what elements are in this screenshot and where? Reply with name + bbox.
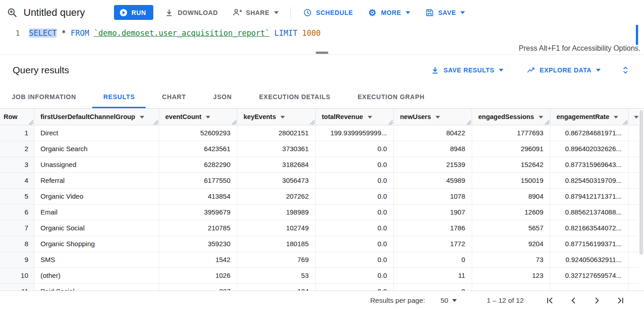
column-header-Row[interactable]: Row [0, 109, 34, 125]
table-row[interactable]: 3Unassigned628229031826840.0215391526420… [0, 157, 639, 172]
column-resize-handle[interactable] [310, 119, 315, 124]
chart-icon [526, 65, 536, 75]
query-title: Untitled query [24, 7, 85, 19]
run-button[interactable]: RUN [114, 5, 153, 20]
sort-caret-icon [634, 116, 639, 119]
cell-totalRevenue: 0.0 [315, 157, 393, 172]
download-label: DOWNLOAD [178, 9, 218, 16]
compose-query-icon [6, 7, 18, 19]
column-resize-handle[interactable] [545, 119, 549, 124]
cell-eventCount: 6423561 [159, 141, 237, 157]
column-header-clipped[interactable] [628, 109, 639, 125]
tab-results[interactable]: RESULTS [92, 85, 146, 108]
column-resize-handle[interactable] [28, 119, 33, 124]
table-scrollbar[interactable] [639, 109, 644, 291]
cell-engagementRate: 0.821663544072... [550, 220, 628, 236]
cell-engagementRate: 0.867284681971... [550, 125, 628, 141]
save-button[interactable]: SAVE [421, 5, 469, 21]
tab-job-information[interactable]: JOB INFORMATION [1, 85, 87, 108]
cell-totalRevenue: 0.0 [315, 236, 393, 252]
column-resize-handle[interactable] [153, 119, 158, 124]
cell-clipped [628, 157, 639, 172]
save-results-button[interactable]: SAVE RESULTS [427, 65, 506, 76]
table-row[interactable]: 2Organic Search642356137303610.089482960… [0, 141, 639, 157]
column-resize-handle[interactable] [388, 119, 393, 124]
share-button[interactable]: SHARE [229, 5, 282, 21]
query-results-header: Query results SAVE RESULTS EXPLORE DATA [0, 55, 644, 85]
expand-results-button[interactable] [620, 65, 630, 75]
table-row[interactable]: 4Referral617755030564730.0459891500190.8… [0, 172, 639, 188]
cell-keyEvents: 28002151 [237, 125, 315, 141]
cell-engagementRate: 0.896402032626... [550, 141, 628, 157]
column-header-engagedSessions[interactable]: engagedSessions [472, 109, 550, 125]
row-number: 9 [0, 252, 34, 267]
cell-newUsers: 80422 [393, 125, 472, 141]
cell-engagedSessions: 9204 [472, 236, 550, 252]
column-resize-handle[interactable] [466, 119, 471, 124]
column-header-eventCount[interactable]: eventCount [159, 109, 237, 125]
column-resize-handle[interactable] [232, 119, 237, 124]
column-header-keyEvents[interactable]: keyEvents [237, 109, 315, 125]
cell-totalRevenue: 0.0 [315, 141, 393, 157]
tab-execution-details[interactable]: EXECUTION DETAILS [248, 85, 341, 108]
tab-execution-graph[interactable]: EXECUTION GRAPH [347, 85, 436, 108]
cell-totalRevenue: 0.0 [315, 204, 393, 220]
download-button[interactable]: DOWNLOAD [161, 5, 222, 21]
table-header-row: RowfirstUserDefaultChannelGroupeventCoun… [0, 109, 639, 125]
panel-drag-handle[interactable] [316, 52, 328, 54]
column-header-firstUserDefaultChannelGroup[interactable]: firstUserDefaultChannelGroup [34, 109, 159, 125]
table-row[interactable]: 5Organic Video4138542072620.0107889040.8… [0, 188, 639, 204]
table-row-partial[interactable]: 11Paid Social3371340.00 [0, 283, 639, 291]
sort-caret-icon [436, 116, 440, 119]
tab-chart[interactable]: CHART [151, 85, 197, 108]
table-row[interactable]: 6Email39596791989890.01907126090.8856213… [0, 204, 639, 220]
cell-clipped [628, 267, 639, 283]
table-row[interactable]: 10(other)1026530.0111230.327127659574... [0, 267, 639, 283]
sql-editor[interactable]: 1 SELECT * FROM `demo.demoset.user_acqui… [0, 25, 644, 55]
cell-clipped [628, 236, 639, 252]
sql-code-line[interactable]: 1 SELECT * FROM `demo.demoset.user_acqui… [0, 25, 644, 39]
cell-newUsers: 8948 [393, 141, 472, 157]
table-row[interactable]: 7Organic Social2107851027490.0178656570.… [0, 220, 639, 236]
row-number: 4 [0, 172, 34, 188]
sort-caret-icon [539, 116, 543, 119]
schedule-button[interactable]: SCHEDULE [299, 5, 357, 21]
tab-json[interactable]: JSON [202, 85, 242, 108]
dropdown-caret-icon [596, 69, 601, 72]
cell-eventCount: 413854 [159, 188, 237, 204]
cell-clipped [628, 283, 639, 291]
cell-clipped [628, 125, 639, 141]
table-row[interactable]: 8Organic Shopping3592301801850.017729204… [0, 236, 639, 252]
table-row[interactable]: 1Direct5260929328002151199.9399959999...… [0, 125, 639, 141]
first-page-button[interactable] [545, 295, 555, 306]
row-number: 7 [0, 220, 34, 236]
table-row[interactable]: 9SMS15427690.00730.924050632911... [0, 252, 639, 267]
cell-firstUserDefaultChannelGroup: Organic Social [34, 220, 159, 236]
cell-engagementRate: 0.877156199371... [550, 236, 628, 252]
cell-firstUserDefaultChannelGroup: SMS [34, 252, 159, 267]
column-label: eventCount [166, 113, 202, 120]
more-button[interactable]: ⚙ MORE [364, 5, 414, 21]
previous-page-button[interactable] [568, 295, 579, 306]
cell-engagedSessions: 1777693 [472, 125, 550, 141]
cell-firstUserDefaultChannelGroup: (other) [34, 267, 159, 283]
last-page-button[interactable] [615, 295, 626, 306]
cell-eventCount: 6282290 [159, 157, 237, 172]
editor-scrollbar[interactable] [636, 25, 638, 45]
column-header-newUsers[interactable]: newUsers [393, 109, 472, 125]
cell-keyEvents: 769 [237, 252, 315, 267]
cell-engagementRate: 0.877315969643... [550, 157, 628, 172]
explore-data-button[interactable]: EXPLORE DATA [523, 65, 603, 76]
scrollbar-thumb[interactable] [639, 110, 643, 255]
sql-table-ref[interactable]: `demo.demoset.user_acquisition_report` [94, 29, 270, 38]
column-header-totalRevenue[interactable]: totalRevenue [315, 109, 393, 125]
next-page-button[interactable] [592, 295, 602, 306]
person-add-icon [232, 8, 242, 18]
page-size-select[interactable]: 50 [440, 296, 457, 305]
column-resize-handle[interactable] [623, 119, 628, 124]
column-header-engagementRate[interactable]: engagementRate [550, 109, 628, 125]
cell-engagedSessions: 12609 [472, 204, 550, 220]
page-size-value: 50 [440, 296, 448, 305]
bigquery-editor-app: Untitled query RUN DOWNLOAD SHARE [0, 0, 644, 310]
accessibility-hint: Press Alt+F1 for Accessibility Options. [519, 44, 640, 52]
